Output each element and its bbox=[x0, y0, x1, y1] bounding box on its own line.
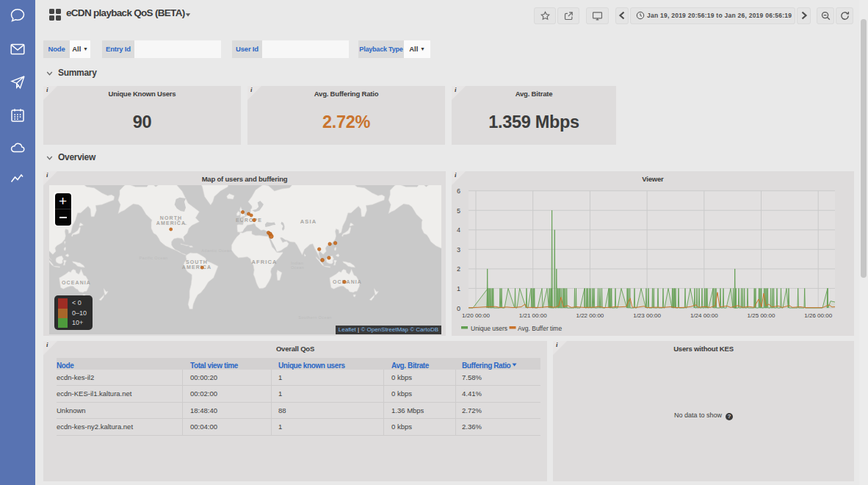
svg-text:1/20 00:00: 1/20 00:00 bbox=[462, 312, 490, 319]
svg-text:1: 1 bbox=[457, 285, 460, 292]
svg-text:0: 0 bbox=[457, 305, 460, 312]
svg-text:Avg. Buffer time: Avg. Buffer time bbox=[518, 325, 562, 332]
svg-text:3: 3 bbox=[457, 246, 460, 254]
svg-text:4: 4 bbox=[457, 226, 460, 234]
svg-text:5: 5 bbox=[457, 207, 460, 215]
svg-text:1/23 00:00: 1/23 00:00 bbox=[633, 312, 661, 319]
svg-text:1/22 00:00: 1/22 00:00 bbox=[576, 312, 604, 319]
svg-text:Unique users: Unique users bbox=[471, 325, 507, 332]
svg-text:6: 6 bbox=[457, 187, 460, 195]
svg-text:2: 2 bbox=[457, 265, 460, 273]
svg-text:1/25 00:00: 1/25 00:00 bbox=[748, 312, 775, 319]
svg-text:1/24 00:00: 1/24 00:00 bbox=[690, 312, 718, 319]
svg-text:1/26 00:00: 1/26 00:00 bbox=[804, 312, 832, 319]
svg-text:1/21 00:00: 1/21 00:00 bbox=[519, 312, 547, 319]
